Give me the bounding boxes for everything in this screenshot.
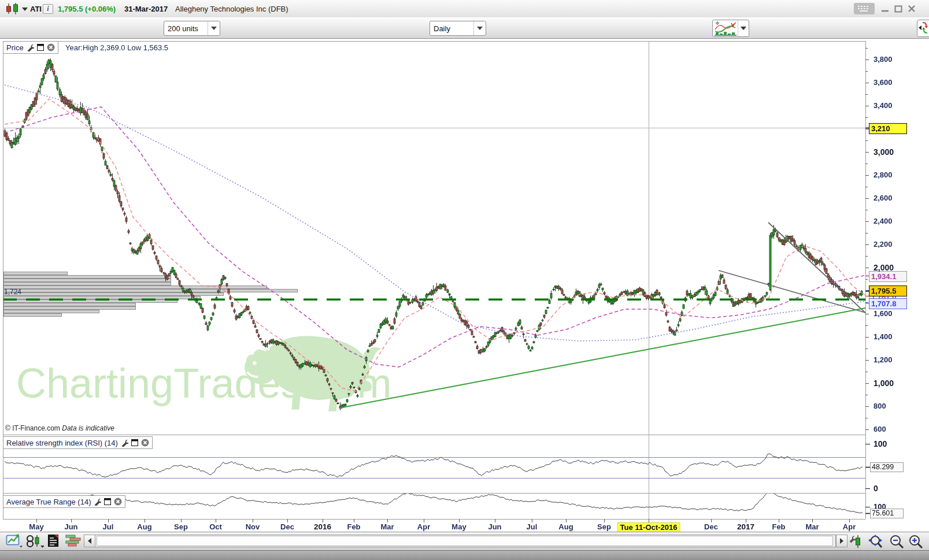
price-axis-label: 800 [874,402,886,410]
x-axis-label: Dec [280,522,294,531]
zoom-in-icon [908,534,924,549]
chart-scrollbar[interactable] [95,535,836,547]
zoom-out-button[interactable] [889,534,905,551]
window-icon[interactable] [104,498,111,505]
x-axis-label: Jun [488,522,501,531]
timeframe-select-caret-icon[interactable] [473,21,486,35]
x-axis-label: Aug [137,522,151,531]
rsi-panel-label: Relative strength index (RSI) (14) [6,439,118,447]
x-axis-label: Oct [209,522,222,531]
chart-settings-icon [849,534,865,549]
candlestick-icon [5,3,20,14]
price-axis-label: 3,400 [874,101,893,110]
chart-style-caret-icon[interactable] [738,20,749,36]
price-axis-label: 1,600 [874,309,893,318]
ma-purple-price-box: 1,934.1 [869,271,907,282]
price-axis-label: 1,400 [874,332,893,341]
x-axis-label: Sep [597,522,611,531]
units-select[interactable]: 200 units [164,21,220,36]
zoom-out-icon [889,534,905,549]
keyboard-icon[interactable] [854,3,875,14]
window-icon[interactable] [131,439,138,446]
info-icon[interactable]: i [43,4,53,14]
units-select-value: 200 units [164,24,208,33]
x-axis-label: 2016 [314,522,331,531]
close-circle-icon[interactable] [141,439,149,447]
window-bottom-edge [0,550,929,560]
rsi-value-box: 48.299 [870,462,904,472]
last-price-box: 1,795.5 [869,285,907,296]
price-axis-label: 3,000 [874,147,894,157]
main-toolbar: 200 units Daily [0,17,929,39]
rsi-max-label: 100 [874,439,887,448]
price-axis-label: 2,800 [874,170,893,179]
x-axis-label: Apr [843,522,856,531]
x-axis-label: Jun [64,522,77,531]
price-axis-label: 3,600 [874,78,893,87]
x-axis-label: Aug [558,522,573,531]
x-axis-label: Nov [246,522,260,531]
volume-profile-button[interactable] [65,534,82,550]
ma-blue-price-box: 1,707.8 [869,298,907,309]
collapse-panel-button[interactable] [917,20,929,37]
x-axis-label: Feb [772,522,785,531]
quote-date: 31-Mar-2017 [124,5,168,13]
close-icon[interactable] [906,4,917,13]
symbol-dropdown-caret-icon[interactable] [22,8,28,11]
x-axis-label: Mar [805,522,819,531]
close-circle-icon[interactable] [114,498,122,506]
price-chart-canvas[interactable] [0,0,929,560]
company-name: Allegheny Technologies Inc (DFB) [175,5,288,13]
news-button[interactable] [47,534,60,550]
x-axis-label: May [29,522,43,531]
atr-value-box: 75.601 [870,509,904,518]
zoom-in-button[interactable] [908,534,924,551]
price-axis-label: 1,200 [874,355,893,364]
chart-export-button[interactable] [6,534,24,551]
timeframe-select-value: Daily [430,24,473,33]
x-axis-label: Mar [380,522,394,531]
scroll-left-icon[interactable] [84,535,95,547]
symbol-label[interactable]: ATI [30,5,42,13]
zoom-fit-button[interactable] [867,534,884,551]
news-icon [47,534,60,548]
window-icon[interactable] [37,44,44,51]
wrench-icon[interactable] [27,44,34,51]
price-axis-label: 2,400 [874,217,893,225]
price-axis-label: 2,200 [874,240,893,249]
atr-panel-tab: Average True Range (14) [3,495,125,508]
wrench-icon[interactable] [121,439,128,447]
close-circle-icon[interactable] [47,43,55,51]
compare-link-button[interactable] [25,534,44,551]
price-axis-label: 1,000 [874,379,894,388]
x-axis-cursor-date-label: Tue 11-Oct-2016 [617,522,680,532]
maximize-icon[interactable] [893,4,904,13]
price-axis-label: 3,800 [874,55,893,64]
compare-link-icon [25,534,44,549]
price-axis-label: 600 [874,425,886,433]
x-axis-label: Sep [174,522,188,531]
zoom-fit-icon [867,534,884,549]
chart-style-button[interactable] [712,20,749,37]
volume-profile-level-label: 1,724 [4,288,21,296]
price-panel-label: Price [6,43,24,52]
year-range-text: Year:High 2,369.0 Low 1,563.5 [65,43,168,52]
price-panel-tab: Price [3,41,58,54]
price-axis-label: 2,000 [874,263,894,272]
rsi-min-label: 0 [874,484,878,493]
chart-settings-button[interactable] [849,534,865,551]
timeframe-select[interactable]: Daily [430,21,486,36]
minimize-icon[interactable] [880,4,890,13]
x-axis-label: Jul [527,522,538,531]
titlebar: ATI i 1,795.5 (+0.06%) 31-Mar-2017 Alleg… [0,0,929,18]
scrollbar-thumb[interactable] [97,536,833,546]
scroll-right-icon[interactable] [836,535,847,547]
collapse-panel-icon [917,20,929,35]
x-axis-label: 2017 [737,522,754,531]
x-axis-label: May [451,522,466,531]
x-axis-label: Apr [417,522,430,531]
x-axis-label: Dec [704,522,718,531]
units-select-caret-icon[interactable] [208,21,220,35]
copyright-text: © IT-Finance.com Data is indicative [5,424,114,432]
wrench-icon[interactable] [94,498,101,506]
